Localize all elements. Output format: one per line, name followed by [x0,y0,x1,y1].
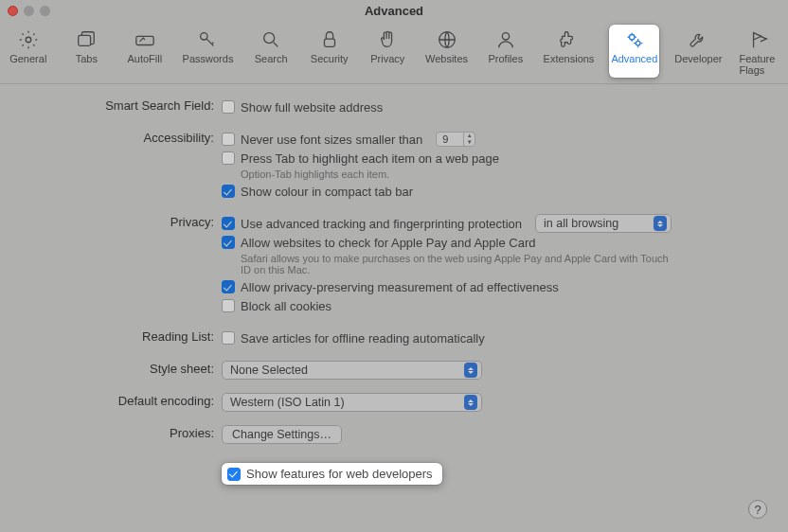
window-title: Advanced [0,4,788,18]
tracking-scope-select[interactable]: in all browsing [535,214,672,233]
show-full-address-label: Show full website address [241,100,383,115]
smart-search-label: Smart Search Field: [38,98,222,113]
show-full-address-checkbox[interactable] [222,100,235,114]
tab-passwords[interactable]: Passwords [181,25,236,78]
min-font-label: Never use font sizes smaller than [241,133,422,147]
change-proxy-button[interactable]: Change Settings… [222,425,342,444]
default-encoding-label: Default encoding: [38,393,222,408]
gears-icon [622,28,647,51]
help-button[interactable]: ? [748,500,767,519]
proxies-label: Proxies: [38,425,222,440]
tabs-icon [74,28,98,51]
flags-icon [747,28,772,51]
titlebar: Advanced [0,0,788,21]
puzzle-icon [556,28,581,51]
tracking-checkbox[interactable] [222,217,235,230]
dev-features-label: Show features for web developers [246,467,433,481]
ad-measure-label: Allow privacy-preserving measurement of … [241,280,559,294]
lock-icon [317,28,342,51]
svg-rect-2 [136,36,153,44]
person-icon [493,28,518,51]
tab-highlight-hint: Option-Tab highlights each item. [241,168,750,180]
globe-icon [435,28,459,51]
block-cookies-label: Block all cookies [241,299,331,313]
min-font-stepper[interactable]: 9 ▲▼ [436,132,475,147]
default-encoding-select[interactable]: Western (ISO Latin 1) [222,393,482,412]
chevron-updown-icon [464,395,477,410]
tab-profiles[interactable]: Profiles [483,25,528,78]
applepay-hint: Safari allows you to make purchases on t… [241,253,676,275]
block-cookies-checkbox[interactable] [222,299,235,312]
svg-point-8 [629,35,635,41]
tab-privacy[interactable]: Privacy [365,25,410,78]
compact-color-checkbox[interactable] [222,185,235,198]
tab-highlight-label: Press Tab to highlight each item on a we… [241,151,499,166]
hand-icon [375,28,400,51]
offline-reading-checkbox[interactable] [222,331,235,345]
svg-rect-5 [324,39,334,46]
dev-features-checkbox[interactable] [227,468,241,481]
svg-point-4 [264,33,275,44]
chevron-updown-icon [654,216,667,231]
svg-point-3 [201,33,207,40]
svg-rect-1 [79,35,91,45]
tab-tabs[interactable]: Tabs [64,25,110,78]
tab-feature-flags[interactable]: Feature Flags [737,25,782,78]
tab-general[interactable]: General [6,25,51,78]
chevron-updown-icon [464,363,477,378]
tab-developer[interactable]: Developer [672,25,724,78]
tracking-label: Use advanced tracking and fingerprinting… [241,217,522,231]
offline-reading-label: Save articles for offline reading automa… [241,331,485,346]
tab-highlight-checkbox[interactable] [222,151,235,165]
tab-websites[interactable]: Websites [423,25,470,78]
search-icon [259,28,283,51]
tab-autofill[interactable]: AutoFill [122,25,168,78]
ad-measure-checkbox[interactable] [222,280,235,293]
tab-search[interactable]: Search [248,25,294,78]
style-sheet-select[interactable]: None Selected [222,361,482,380]
compact-color-label: Show colour in compact tab bar [241,185,413,199]
privacy-label: Privacy: [38,214,222,229]
gear-icon [16,28,41,51]
pencil-field-icon [133,28,157,51]
svg-point-7 [502,33,509,40]
tab-extensions[interactable]: Extensions [542,25,597,78]
accessibility-label: Accessibility: [38,130,222,145]
key-icon [195,28,220,51]
tab-advanced[interactable]: Advanced [609,25,659,78]
svg-point-0 [26,37,31,43]
style-sheet-label: Style sheet: [38,361,222,376]
preferences-toolbar: General Tabs AutoFill Passwords Search S… [0,21,788,84]
reading-list-label: Reading List: [38,328,222,344]
applepay-checkbox[interactable] [222,236,235,249]
tab-security[interactable]: Security [307,25,352,78]
settings-content: Smart Search Field: Show full website ad… [0,84,788,498]
dev-features-row: Show features for web developers [222,463,442,485]
applepay-label: Allow websites to check for Apple Pay an… [241,236,535,250]
wrench-icon [686,28,710,51]
min-font-checkbox[interactable] [222,133,235,146]
svg-point-9 [636,41,640,45]
